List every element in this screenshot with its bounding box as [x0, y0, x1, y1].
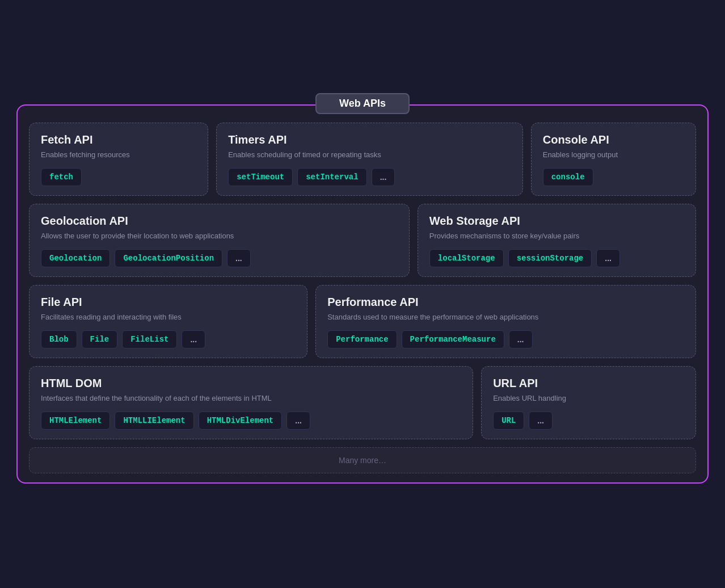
badge-htmldivelement[interactable]: HTMLDivElement — [199, 411, 283, 430]
card-geolocation-api[interactable]: Geolocation API Allows the user to provi… — [29, 204, 410, 277]
badge-setinterval[interactable]: setInterval — [297, 168, 366, 186]
badge-console[interactable]: console — [543, 168, 593, 186]
timers-api-desc: Enables scheduling of timed or repeating… — [228, 150, 511, 160]
badge-performancemeasure[interactable]: PerformanceMeasure — [402, 330, 504, 348]
fetch-api-badges: fetch — [41, 168, 196, 186]
badge-file[interactable]: File — [82, 330, 118, 348]
timers-api-badges: setTimeout setInterval ... — [228, 168, 511, 186]
badge-geolocation[interactable]: Geolocation — [41, 249, 110, 267]
card-performance-api[interactable]: Performance API Standards used to measur… — [315, 285, 696, 358]
badge-htmllielement[interactable]: HTMLLIElement — [115, 411, 193, 430]
badge-performance[interactable]: Performance — [327, 330, 397, 348]
html-dom-title: HTML DOM — [41, 377, 461, 390]
badge-dots-timers[interactable]: ... — [372, 168, 395, 186]
page-title: Web APIs — [315, 93, 410, 114]
console-api-desc: Enables logging output — [543, 150, 684, 160]
console-api-title: Console API — [543, 133, 684, 146]
badge-settimeout[interactable]: setTimeout — [228, 168, 293, 186]
api-grid: Fetch API Enables fetching resources fet… — [29, 123, 696, 474]
console-api-badges: console — [543, 168, 684, 186]
geolocation-api-title: Geolocation API — [41, 215, 398, 228]
card-timers-api[interactable]: Timers API Enables scheduling of timed o… — [216, 123, 523, 196]
badge-filelist[interactable]: FileList — [122, 330, 177, 348]
geolocation-api-desc: Allows the user to provide their locatio… — [41, 231, 398, 241]
badge-dots-storage[interactable]: ... — [596, 249, 620, 267]
row-4: HTML DOM Interfaces that define the func… — [29, 366, 696, 439]
badge-url[interactable]: URL — [493, 411, 524, 430]
badge-dots-file[interactable]: ... — [182, 330, 205, 348]
many-more-section: Many more… — [29, 447, 696, 473]
card-html-dom[interactable]: HTML DOM Interfaces that define the func… — [29, 366, 473, 439]
row-2: Geolocation API Allows the user to provi… — [29, 204, 696, 277]
badge-dots-geo[interactable]: ... — [227, 249, 251, 267]
card-web-storage-api[interactable]: Web Storage API Provides mechanisms to s… — [418, 204, 696, 277]
badge-blob[interactable]: Blob — [41, 330, 77, 348]
web-storage-api-title: Web Storage API — [429, 215, 684, 228]
url-api-desc: Enables URL handling — [493, 393, 684, 404]
file-api-badges: Blob File FileList ... — [41, 330, 296, 348]
badge-htmlelement[interactable]: HTMLElement — [41, 411, 110, 430]
card-fetch-api[interactable]: Fetch API Enables fetching resources fet… — [29, 123, 208, 196]
web-storage-api-badges: localStorage sessionStorage ... — [429, 249, 684, 267]
web-apis-container: Web APIs Fetch API Enables fetching reso… — [16, 104, 709, 484]
badge-fetch[interactable]: fetch — [41, 168, 82, 186]
timers-api-title: Timers API — [228, 133, 511, 146]
badge-sessionstorage[interactable]: sessionStorage — [508, 249, 592, 267]
html-dom-badges: HTMLElement HTMLLIElement HTMLDivElement… — [41, 411, 461, 430]
web-storage-api-desc: Provides mechanisms to store key/value p… — [429, 231, 684, 241]
badge-dots-performance[interactable]: ... — [509, 330, 533, 348]
file-api-title: File API — [41, 296, 296, 309]
geolocation-api-badges: Geolocation GeolocationPosition ... — [41, 249, 398, 267]
card-file-api[interactable]: File API Facilitates reading and interac… — [29, 285, 307, 358]
badge-dots-url[interactable]: ... — [529, 411, 553, 430]
url-api-badges: URL ... — [493, 411, 684, 430]
fetch-api-desc: Enables fetching resources — [41, 150, 196, 160]
badge-geolocationposition[interactable]: GeolocationPosition — [115, 249, 222, 267]
many-more-text: Many more… — [339, 456, 386, 465]
badge-localstorage[interactable]: localStorage — [429, 249, 504, 267]
card-url-api[interactable]: URL API Enables URL handling URL ... — [481, 366, 696, 439]
row-3: File API Facilitates reading and interac… — [29, 285, 696, 358]
html-dom-desc: Interfaces that define the functionality… — [41, 393, 461, 404]
performance-api-desc: Standards used to measure the performanc… — [327, 312, 684, 322]
row-1: Fetch API Enables fetching resources fet… — [29, 123, 696, 196]
url-api-title: URL API — [493, 377, 684, 390]
card-console-api[interactable]: Console API Enables logging output conso… — [531, 123, 696, 196]
fetch-api-title: Fetch API — [41, 133, 196, 146]
badge-dots-dom[interactable]: ... — [286, 411, 310, 430]
file-api-desc: Facilitates reading and interacting with… — [41, 312, 296, 322]
performance-api-badges: Performance PerformanceMeasure ... — [327, 330, 684, 348]
performance-api-title: Performance API — [327, 296, 684, 309]
